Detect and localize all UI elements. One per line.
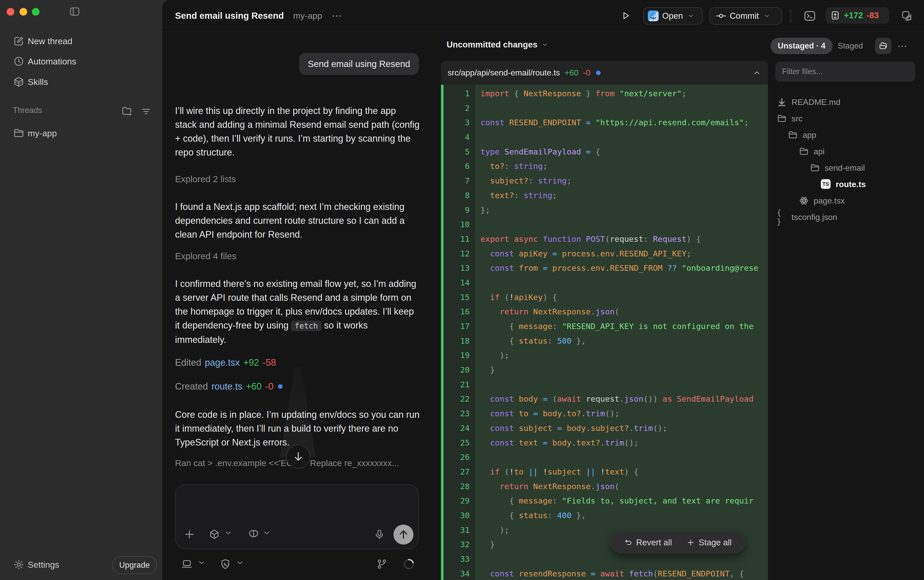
code-line: 14	[441, 275, 768, 290]
code-line: 25 const text = body.text?.trim();	[441, 435, 768, 450]
chat-input[interactable]	[182, 490, 409, 519]
sidebar-item-new-thread[interactable]: New thread	[0, 33, 162, 49]
code-line: 30 { status: 400 },	[441, 508, 768, 523]
tree-item-page-tsx[interactable]: page.tsx	[771, 193, 924, 209]
window-close-button[interactable]	[7, 8, 14, 16]
uncommitted-changes-header[interactable]: Uncommitted changes	[446, 40, 548, 49]
code-line: 5type SendEmailPayload = {	[441, 145, 768, 159]
unsaved-dot	[596, 71, 601, 75]
collapse-chevron-icon[interactable]	[753, 69, 761, 77]
plus-icon	[686, 538, 695, 547]
code-text: { message: "RESEND_API_KEY is not config…	[475, 319, 754, 334]
diff-stats-badge[interactable]: +172 -83	[825, 7, 889, 24]
tree-item-tsconfig-json[interactable]: { }tsconfig.json	[771, 209, 924, 225]
folder-icon	[810, 163, 820, 173]
explored-files-row[interactable]: Explored 4 files	[175, 251, 236, 261]
sidebar-item-label: New thread	[28, 36, 72, 46]
tree-item-api[interactable]: api	[771, 143, 924, 160]
tree-item-src[interactable]: src	[771, 110, 924, 127]
window-minimize-button[interactable]	[20, 8, 27, 16]
chevron-down-icon[interactable]	[197, 558, 206, 570]
code-text: to?: string;	[475, 159, 547, 173]
code-text: const from = process.env.RESEND_FROM ?? …	[475, 261, 758, 275]
windows-layout-icon[interactable]	[900, 10, 913, 22]
line-number: 24	[441, 421, 475, 435]
clock-icon	[13, 56, 25, 67]
tree-more-icon[interactable]: ⋯	[897, 38, 908, 54]
chevron-down-icon[interactable]	[262, 529, 271, 540]
assistant-paragraph: Core code is in place. I’m updating env/…	[175, 408, 427, 449]
stage-all-button[interactable]: Stage all	[686, 538, 731, 547]
code-text: export async function POST(request: Requ…	[475, 232, 701, 246]
thread-menu-icon[interactable]: ⋯	[331, 10, 343, 21]
sidebar-item-automations[interactable]: Automations	[0, 53, 162, 70]
new-folder-icon[interactable]	[121, 105, 132, 117]
terminal-icon[interactable]	[803, 9, 817, 23]
device-laptop-icon[interactable]	[181, 558, 193, 570]
sidebar-thread-my-app[interactable]: my-app	[0, 125, 162, 142]
open-button[interactable]: Open	[643, 7, 703, 25]
toolbar-divider	[791, 9, 791, 23]
line-number: 20	[441, 362, 475, 377]
settings-label: Settings	[28, 560, 59, 570]
diff-code-lines: 1import { NextResponse } from "next/serv…	[441, 86, 768, 580]
attach-plus-icon[interactable]	[183, 529, 195, 540]
removed-count: -0	[265, 381, 273, 392]
tab-unstaged[interactable]: Unstaged · 4	[771, 38, 833, 54]
chevron-down-icon[interactable]	[224, 529, 232, 540]
sidebar-toggle-icon[interactable]	[69, 6, 81, 17]
line-number: 12	[441, 246, 475, 261]
code-line: 11export async function POST(request: Re…	[441, 232, 768, 246]
tree-item-send-email[interactable]: send-email	[771, 160, 924, 176]
code-text: };	[475, 203, 490, 218]
code-line: 29 { message: "Fields to, subject, and t…	[441, 494, 768, 508]
tab-staged[interactable]: Staged	[838, 38, 863, 54]
filter-threads-icon[interactable]	[141, 106, 152, 117]
code-text: { message: "Fields to, subject, and text…	[475, 494, 754, 508]
run-play-icon[interactable]	[620, 10, 631, 21]
diff-file-header[interactable]: src/app/api/send-email/route.ts +60 -0	[441, 61, 768, 85]
code-line: 26	[441, 450, 768, 465]
sidebar-item-skills[interactable]: Skills	[0, 73, 162, 90]
git-branch-icon[interactable]	[376, 558, 388, 570]
code-line: 17 { message: "RESEND_API_KEY is not con…	[441, 319, 768, 334]
shield-terminal-icon[interactable]	[219, 558, 231, 570]
explored-lists-row[interactable]: Explored 2 lists	[175, 174, 236, 184]
file-diff-icon	[830, 10, 840, 21]
tree-view-toggle-button[interactable]	[875, 38, 891, 54]
chevron-down-icon[interactable]	[236, 558, 244, 570]
microphone-icon[interactable]	[374, 529, 385, 540]
brain-icon[interactable]	[248, 529, 260, 540]
code-line: 27 if (!to || !subject || !text) {	[441, 465, 768, 479]
line-number: 18	[441, 334, 475, 348]
threads-label: Threads	[13, 106, 42, 115]
upgrade-button[interactable]: Upgrade	[112, 556, 157, 574]
commit-button[interactable]: Commit	[710, 7, 782, 25]
code-text: const RESEND_ENDPOINT = "https://api.res…	[475, 115, 749, 130]
edited-file-link[interactable]: page.tsx	[205, 357, 240, 368]
send-button[interactable]	[394, 524, 413, 545]
edited-file-row[interactable]: Edited page.tsx +92 -58	[175, 357, 276, 368]
code-line: 12 const apiKey = process.env.RESEND_API…	[441, 246, 768, 261]
created-file-link[interactable]: route.ts	[211, 381, 242, 392]
tree-item-label: page.tsx	[814, 196, 845, 206]
code-line: 15 if (!apiKey) {	[441, 290, 768, 305]
code-line: 4	[441, 130, 768, 145]
code-text	[475, 101, 481, 115]
revert-all-button[interactable]: Revert all	[624, 538, 672, 547]
created-file-row[interactable]: Created route.ts +60 -0	[175, 381, 283, 392]
tree-item-label: README.md	[792, 97, 840, 107]
code-line: 33	[441, 552, 768, 567]
removed-count: -58	[263, 357, 276, 368]
window-zoom-button[interactable]	[32, 8, 40, 16]
tree-item-app[interactable]: app	[771, 127, 924, 143]
folders-icon	[878, 41, 888, 51]
line-number: 1	[441, 86, 475, 101]
model-cube-icon[interactable]	[208, 529, 220, 540]
filter-files-input[interactable]	[776, 62, 915, 82]
tree-item-route-ts[interactable]: TSroute.ts	[771, 176, 924, 193]
edit-verb: Edited	[175, 357, 201, 368]
scroll-to-bottom-button[interactable]	[286, 445, 310, 469]
tree-item-readme-md[interactable]: README.md	[771, 94, 924, 110]
code-text	[475, 275, 481, 290]
